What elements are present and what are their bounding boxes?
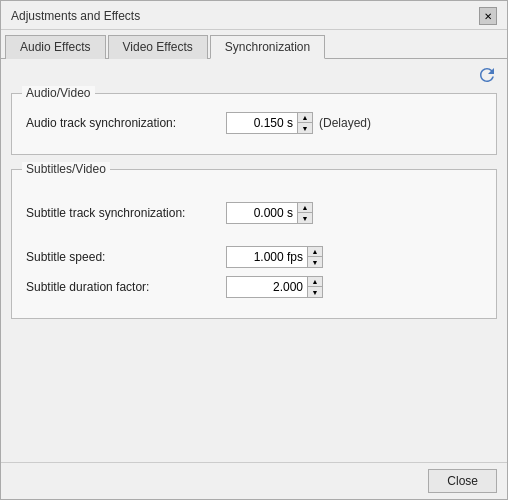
subtitle-duration-row: Subtitle duration factor: ▲ ▼ — [26, 276, 482, 298]
subtitle-duration-control: ▲ ▼ — [226, 276, 323, 298]
subtitle-duration-down-btn[interactable]: ▼ — [308, 287, 322, 297]
subtitle-speed-input[interactable] — [227, 248, 307, 266]
close-title-btn[interactable]: ✕ — [479, 7, 497, 25]
subtitle-track-sync-up-btn[interactable]: ▲ — [298, 203, 312, 213]
audio-track-sync-spinbox[interactable]: ▲ ▼ — [226, 112, 313, 134]
subtitle-duration-up-btn[interactable]: ▲ — [308, 277, 322, 287]
subtitle-track-sync-spinbox[interactable]: ▲ ▼ — [226, 202, 313, 224]
subtitle-speed-spinbox[interactable]: ▲ ▼ — [226, 246, 323, 268]
audio-video-label: Audio/Video — [22, 86, 95, 100]
subtitle-duration-label: Subtitle duration factor: — [26, 280, 226, 294]
subtitle-speed-label: Subtitle speed: — [26, 250, 226, 264]
audio-track-sync-up-btn[interactable]: ▲ — [298, 113, 312, 123]
title-bar: Adjustments and Effects ✕ — [1, 1, 507, 30]
dialog-footer: Close — [1, 462, 507, 499]
audio-track-sync-down-btn[interactable]: ▼ — [298, 123, 312, 133]
subtitle-duration-input[interactable] — [227, 278, 307, 296]
subtitle-track-sync-input[interactable] — [227, 204, 297, 222]
dialog: Adjustments and Effects ✕ Audio Effects … — [0, 0, 508, 500]
audio-track-sync-spinbox-btns: ▲ ▼ — [297, 113, 312, 133]
subtitle-speed-spinbox-btns: ▲ ▼ — [307, 247, 322, 267]
audio-track-sync-row: Audio track synchronization: ▲ ▼ (Delaye… — [26, 112, 482, 134]
tab-content: Audio/Video Audio track synchronization:… — [1, 59, 507, 462]
sync-icon — [477, 65, 497, 90]
audio-track-delayed-label: (Delayed) — [319, 116, 371, 130]
audio-track-sync-label: Audio track synchronization: — [26, 116, 226, 130]
tab-video-effects[interactable]: Video Effects — [108, 35, 208, 59]
subtitle-track-sync-label: Subtitle track synchronization: — [26, 206, 226, 220]
subtitles-video-label: Subtitles/Video — [22, 162, 110, 176]
subtitle-track-sync-row: Subtitle track synchronization: ▲ ▼ — [26, 202, 482, 224]
audio-track-sync-control: ▲ ▼ (Delayed) — [226, 112, 371, 134]
subtitle-duration-spinbox-btns: ▲ ▼ — [307, 277, 322, 297]
close-button[interactable]: Close — [428, 469, 497, 493]
subtitle-speed-down-btn[interactable]: ▼ — [308, 257, 322, 267]
subtitle-speed-row: Subtitle speed: ▲ ▼ — [26, 246, 482, 268]
tabs-bar: Audio Effects Video Effects Synchronizat… — [1, 30, 507, 59]
dialog-title: Adjustments and Effects — [11, 9, 140, 23]
tab-synchronization[interactable]: Synchronization — [210, 35, 325, 59]
subtitle-speed-control: ▲ ▼ — [226, 246, 323, 268]
subtitle-track-sync-down-btn[interactable]: ▼ — [298, 213, 312, 223]
subtitle-track-sync-spinbox-btns: ▲ ▼ — [297, 203, 312, 223]
subtitle-track-sync-control: ▲ ▼ — [226, 202, 313, 224]
subtitle-speed-up-btn[interactable]: ▲ — [308, 247, 322, 257]
tab-audio-effects[interactable]: Audio Effects — [5, 35, 106, 59]
audio-track-sync-input[interactable] — [227, 114, 297, 132]
audio-video-section: Audio/Video Audio track synchronization:… — [11, 93, 497, 155]
subtitle-duration-spinbox[interactable]: ▲ ▼ — [226, 276, 323, 298]
subtitles-video-section: Subtitles/Video Subtitle track synchroni… — [11, 169, 497, 319]
